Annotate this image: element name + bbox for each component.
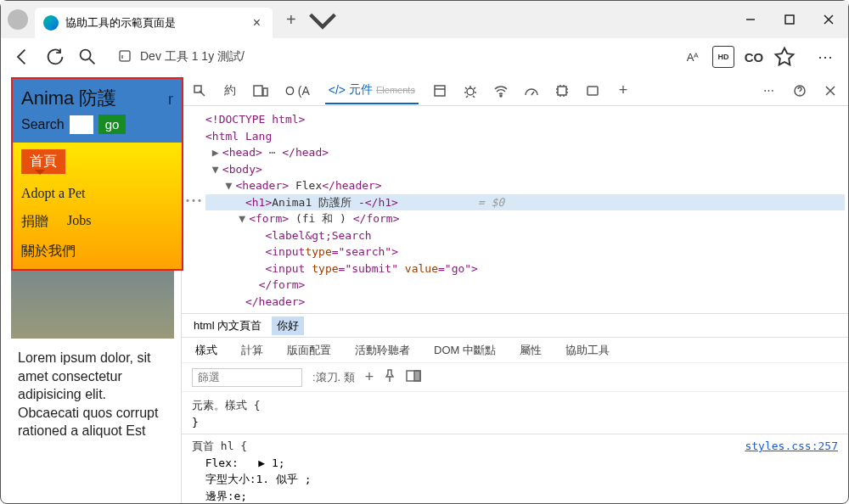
demo-page: Anima 防護 r Search go 首頁 Adopt a Pet 捐贈 J…: [11, 77, 183, 271]
tab-computed[interactable]: 計算: [241, 343, 263, 358]
tab-accessibility[interactable]: 協助工具: [565, 343, 610, 358]
collections-badge[interactable]: CO: [743, 46, 765, 68]
favorite-button[interactable]: [773, 46, 796, 68]
app-icon[interactable]: [430, 84, 449, 98]
browser-tab[interactable]: 協助工具的示範頁面是 ×: [35, 8, 273, 38]
go-button[interactable]: go: [98, 115, 127, 134]
styles-tabbar: 樣式 計算 版面配置 活動聆聽者 DOM 中斷點 屬性 協助工具: [182, 337, 848, 362]
tab-properties[interactable]: 屬性: [520, 343, 542, 358]
devtools-more-button[interactable]: ⋯: [760, 84, 779, 97]
styles-pane[interactable]: 元素。樣式 { } 頁首 hl { styles.css:257 Flex: ▶…: [182, 391, 848, 503]
rule-element-style: 元素。樣式 {: [192, 399, 261, 412]
tab-listeners[interactable]: 活動聆聽者: [355, 343, 410, 358]
prop-fontsize: 字型大小:: [205, 473, 256, 485]
performance-icon[interactable]: [522, 84, 541, 98]
tab-elements[interactable]: </> 元件Elements: [325, 77, 419, 104]
tab-welcome[interactable]: 約: [221, 78, 239, 104]
page-title: Anima 防護: [21, 86, 116, 111]
tab-layout[interactable]: 版面配置: [287, 343, 331, 358]
bug-icon[interactable]: [461, 84, 480, 98]
tab-styles[interactable]: 樣式: [195, 343, 217, 358]
dom-input1a: <input: [265, 245, 305, 258]
read-aloud-button[interactable]: Aᴬ: [682, 46, 704, 68]
network-icon[interactable]: [492, 84, 510, 98]
dom-html: <html Lang: [205, 130, 272, 143]
url-field[interactable]: Dev 工具 1 1y 測試/ Aᴬ HD CO: [110, 43, 804, 70]
minimize-button[interactable]: [731, 6, 770, 33]
site-info-icon[interactable]: [118, 49, 132, 65]
application-icon[interactable]: [583, 84, 602, 98]
close-tab-button[interactable]: ×: [250, 15, 264, 31]
dom-doctype: <!DOCTYPE html>: [205, 113, 305, 126]
nav-adopt[interactable]: Adopt a Pet: [21, 186, 173, 201]
refresh-button[interactable]: [45, 47, 65, 67]
svg-point-1: [81, 50, 91, 60]
dom-header-text: Flex: [289, 179, 322, 192]
memory-icon[interactable]: [553, 84, 571, 98]
styles-filter-input[interactable]: [192, 368, 302, 387]
dom-input1c: ="search">: [332, 245, 398, 258]
profile-button[interactable]: [1, 9, 35, 30]
more-tabs-button[interactable]: +: [614, 81, 633, 99]
tab-elements-sub: Elements: [376, 85, 415, 95]
more-menu-button[interactable]: ⋯: [816, 47, 836, 67]
page-title-suffix: r: [168, 91, 173, 109]
nav-donate[interactable]: 捐贈: [21, 213, 48, 231]
svg-rect-0: [785, 15, 794, 24]
search-label: Search: [21, 117, 65, 132]
breadcrumb-item-2[interactable]: 你好: [272, 316, 304, 335]
svg-rect-10: [588, 87, 598, 95]
url-text: Dev 工具 1 1y 測試/: [140, 49, 673, 64]
prop-flex-val: ▶ 1;: [258, 456, 284, 469]
new-style-rule-button[interactable]: +: [365, 368, 374, 386]
dom-body: <body>: [222, 163, 262, 176]
svg-point-8: [500, 95, 502, 97]
dom-ellipsis: ⋯: [269, 146, 276, 159]
rule-close1: }: [192, 416, 199, 428]
lorem-text: Lorem ipsum dolor, sit amet consectetur …: [11, 339, 174, 451]
dom-breadcrumb[interactable]: html 內文頁首 你好: [182, 313, 848, 337]
styles-source-link[interactable]: styles.css:257: [745, 438, 838, 455]
prop-fontsize-val: 1. 似乎 ;: [256, 473, 311, 485]
maximize-button[interactable]: [770, 6, 809, 33]
svg-rect-5: [263, 88, 267, 96]
hero-image: [11, 271, 174, 339]
svg-rect-2: [120, 51, 130, 61]
addressbar: Dev 工具 1 1y 測試/ Aᴬ HD CO ⋯: [1, 38, 848, 76]
hd-badge[interactable]: HD: [712, 46, 734, 68]
pin-icon[interactable]: [384, 369, 396, 385]
svg-rect-13: [414, 371, 420, 381]
dom-head-open: <head>: [222, 146, 262, 159]
hov-toggle[interactable]: :滾刀. 類: [312, 370, 355, 385]
dom-input2d: value: [405, 262, 438, 275]
tab-overflow-button[interactable]: [303, 0, 342, 39]
back-button[interactable]: [13, 47, 33, 67]
close-devtools-button[interactable]: [821, 85, 840, 97]
svg-rect-6: [435, 86, 445, 96]
dom-form-open: <form>: [249, 212, 289, 225]
toggle-pane-icon[interactable]: [406, 370, 421, 384]
nav-about[interactable]: 關於我們: [21, 243, 173, 260]
dom-form-end: </form>: [259, 278, 306, 291]
dom-tree[interactable]: <!DOCTYPE html> <html Lang ▶<head> ⋯ </h…: [182, 106, 848, 313]
tab-dom-breakpoints[interactable]: DOM 中斷點: [434, 343, 496, 358]
edge-icon: [43, 15, 59, 31]
devtools-panel: 約 O (A </> 元件Elements + ⋯: [181, 76, 848, 503]
dom-h1-open: <h1>: [245, 196, 272, 209]
dom-selected-h1[interactable]: <h1>Anima1 防護所 -</h1> = $0: [205, 194, 845, 211]
device-icon[interactable]: [251, 84, 270, 98]
search-button[interactable]: [77, 47, 98, 67]
search-input[interactable]: [70, 115, 93, 134]
close-window-button[interactable]: [809, 6, 848, 33]
inspect-icon[interactable]: [190, 84, 209, 98]
nav-home[interactable]: 首頁: [21, 149, 65, 174]
new-tab-button[interactable]: +: [279, 7, 303, 33]
dom-input1b: type: [305, 245, 331, 258]
breadcrumb-item-1[interactable]: html 內文頁首: [188, 316, 267, 335]
help-icon[interactable]: [790, 84, 809, 98]
dom-h1-close: </h1>: [365, 196, 398, 209]
nav-jobs[interactable]: Jobs: [67, 213, 91, 231]
dom-label: <label&gt;Search: [265, 229, 371, 242]
tab-console[interactable]: O (A: [282, 79, 313, 103]
dom-form-close: </form>: [353, 212, 400, 225]
